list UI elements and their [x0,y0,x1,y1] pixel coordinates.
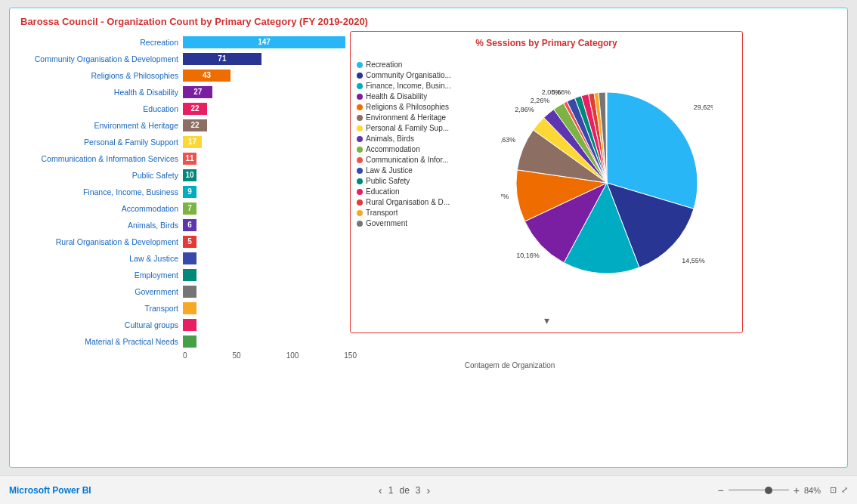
legend-dot [357,136,363,142]
legend-item: Rural Organisation & D... [357,198,478,206]
bar[interactable]: 7 [183,203,196,215]
bar[interactable]: 5 [183,236,196,248]
bar-row: Public Safety10 [20,168,364,182]
legend-item: Public Safety [357,177,478,185]
prev-page-arrow[interactable]: ‹ [379,484,382,496]
bar-label: Communication & Information Services [20,154,183,163]
bar-label: Rural Organisation & Development [20,237,183,246]
bar[interactable]: 22 [183,119,207,131]
pie-chart-title: % Sessions by Primary Category [357,38,736,48]
zoom-level: 84% [804,486,821,495]
legend-text: Religions & Philosophies [366,103,449,111]
chart-wrapper: Barossa Council - Organization Count by … [9,8,848,468]
legend-dot [357,210,363,216]
bar-container: 5 [183,234,364,249]
bar-label: Community Organisation & Development [20,54,183,63]
legend-item: Government [357,219,478,227]
legend-item: Personal & Family Sup... [357,124,478,132]
next-page-arrow[interactable]: › [427,484,431,496]
bar-label: Animals, Birds [20,221,183,230]
fit-icon[interactable]: ⊡ [830,485,837,495]
pie-content: RecreationCommunity Organisatio...Financ… [357,53,736,313]
bar-row: Communication & Information Services11 [20,151,364,165]
powerbi-link[interactable]: Microsoft Power BI [9,485,91,496]
x-axis-label: 50 [233,351,241,360]
legend-scroll-indicator[interactable]: ▾ [357,314,736,326]
bar-container [183,284,364,298]
legend-text: Personal & Family Sup... [366,124,449,132]
zoom-plus[interactable]: + [794,484,800,496]
main-container: Barossa Council - Organization Count by … [0,0,857,504]
expand-icon[interactable]: ⤢ [841,485,848,495]
page-nav: ‹ 1 de 3 › [379,484,430,496]
bar-container: 7 [183,201,364,215]
legend-text: Finance, Income, Busin... [366,82,451,90]
legend-dot [357,83,363,89]
pie-label: 2,26% [531,97,550,104]
zoom-minus[interactable]: − [718,484,724,496]
bar-label: Health & Disability [20,88,183,97]
bar[interactable] [183,335,196,348]
legend-dot [357,178,363,184]
bar-row: Law & Justice [20,251,364,265]
legend-dot [357,147,363,153]
legend-text: Health & Disability [366,92,427,100]
bar[interactable]: 27 [183,86,212,98]
bar-row: Community Organisation & Development71 [20,51,364,66]
legend-dot [357,104,363,110]
pie-label: 29,62% [694,104,713,111]
pie-legend: RecreationCommunity Organisatio...Financ… [357,53,478,313]
bar-row: Education22 [20,101,364,116]
bar[interactable] [183,286,196,298]
legend-item: Community Organisatio... [357,71,478,79]
legend-dot [357,62,363,68]
bar[interactable]: 43 [183,70,230,82]
legend-dot [357,199,363,206]
bar-row: Health & Disability27 [20,85,364,99]
bar[interactable] [183,319,196,331]
pie-label: 9,27% [501,193,509,200]
bar-row: Material & Practical Needs [20,334,364,348]
legend-item: Environment & Heritage [357,113,478,122]
pie-svg-container: 29,62%14,55%13,69%10,16%9,27%7,63%2,86%2… [478,53,736,313]
bar-container: 22 [183,118,364,132]
zoom-thumb [765,487,772,494]
bar-label: Education [20,104,183,113]
bar-row: Finance, Income, Business9 [20,184,364,199]
legend-item: Education [357,187,478,196]
legend-item: Accommodation [357,145,478,153]
bar-label: Religions & Philosophies [20,71,183,80]
bar[interactable]: 22 [183,103,207,115]
zoom-slider[interactable] [729,489,789,491]
bar-container [183,267,364,282]
legend-text: Law & Justice [366,166,413,175]
legend-text: Transport [366,209,398,217]
bar[interactable]: 6 [183,219,196,231]
bar[interactable]: 17 [183,136,202,148]
bar[interactable]: 71 [183,53,261,65]
page-total: 3 [416,485,421,496]
bar[interactable] [183,252,196,264]
legend-text: Communication & Infor... [366,156,449,164]
bar-row: Cultural groups [20,317,364,332]
bar[interactable] [183,269,196,281]
bar[interactable]: 9 [183,186,196,198]
x-axis-label: 0 [183,351,187,360]
legend-item: Law & Justice [357,166,478,175]
bar[interactable]: 10 [183,169,196,181]
bar[interactable]: 147 [183,36,345,48]
legend-text: Recreation [366,60,402,69]
bar-label: Public Safety [20,171,183,180]
bar[interactable]: 11 [183,153,196,165]
bar-label: Personal & Family Support [20,138,183,147]
legend-text: Accommodation [366,145,420,153]
page-current: 1 [388,485,394,496]
legend-text: Public Safety [366,177,410,185]
zoom-controls: − + 84% ⊡ ⤢ [718,484,848,496]
legend-text: Government [366,219,407,227]
bar[interactable] [183,302,196,314]
legend-item: Health & Disability [357,92,478,100]
bar-container: 27 [183,85,364,99]
legend-item: Communication & Infor... [357,156,478,164]
bar-container [183,251,364,265]
